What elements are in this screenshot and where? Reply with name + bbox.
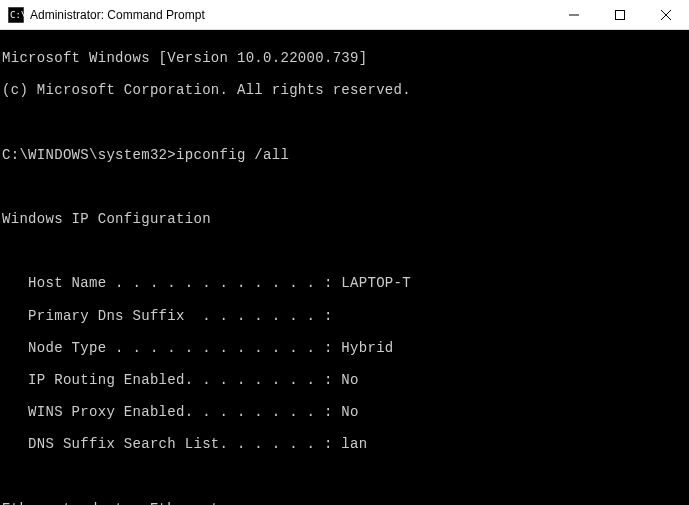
blank-line <box>2 243 687 259</box>
minimize-button[interactable] <box>551 0 597 30</box>
ip-routing-line: IP Routing Enabled. . . . . . . . : No <box>2 372 687 388</box>
blank-line <box>2 179 687 195</box>
section-header: Windows IP Configuration <box>2 211 687 227</box>
wins-proxy-line: WINS Proxy Enabled. . . . . . . . : No <box>2 404 687 420</box>
cmd-icon: C:\ <box>8 7 24 23</box>
window-controls <box>551 0 689 30</box>
ethernet-header: Ethernet adapter Ethernet: <box>2 501 687 505</box>
version-line: Microsoft Windows [Version 10.0.22000.73… <box>2 50 687 66</box>
copyright-line: (c) Microsoft Corporation. All rights re… <box>2 82 687 98</box>
svg-rect-3 <box>616 10 625 19</box>
prompt: C:\WINDOWS\system32> <box>2 147 176 163</box>
blank-line <box>2 114 687 130</box>
close-button[interactable] <box>643 0 689 30</box>
dns-search-line: DNS Suffix Search List. . . . . . : lan <box>2 436 687 452</box>
svg-text:C:\: C:\ <box>10 10 24 20</box>
maximize-button[interactable] <box>597 0 643 30</box>
prompt-line: C:\WINDOWS\system32>ipconfig /all <box>2 147 687 163</box>
terminal-output[interactable]: Microsoft Windows [Version 10.0.22000.73… <box>0 30 689 505</box>
blank-line <box>2 469 687 485</box>
dns-suffix-line: Primary Dns Suffix . . . . . . . : <box>2 308 687 324</box>
node-type-line: Node Type . . . . . . . . . . . . : Hybr… <box>2 340 687 356</box>
command: ipconfig /all <box>176 147 289 163</box>
window-title: Administrator: Command Prompt <box>30 8 551 22</box>
hostname-line: Host Name . . . . . . . . . . . . : LAPT… <box>2 275 687 291</box>
titlebar: C:\ Administrator: Command Prompt <box>0 0 689 30</box>
